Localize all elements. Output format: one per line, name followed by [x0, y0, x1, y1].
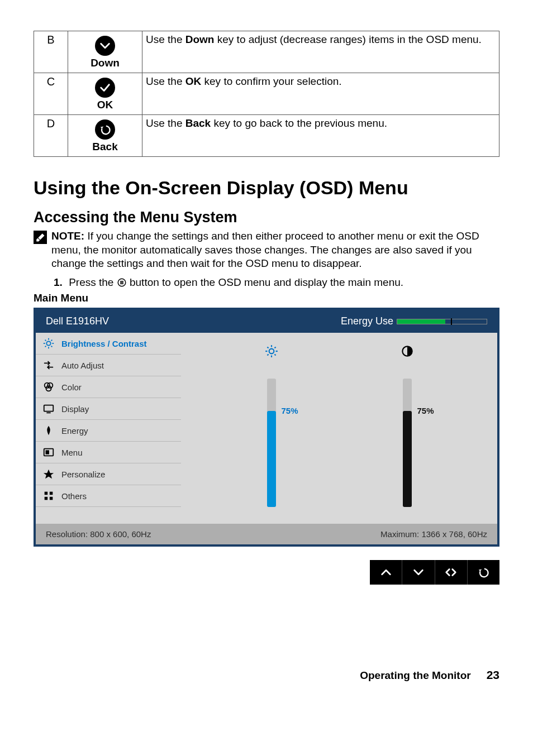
osd-menu-label: Energy — [61, 426, 88, 436]
osd-header: Dell E1916HV Energy Use — [36, 310, 497, 333]
key-icon-cell: Back — [68, 115, 142, 157]
key-letter: B — [34, 31, 68, 73]
chevron-down-icon — [95, 36, 115, 56]
osd-menu-label: Brightness / Contrast — [61, 339, 147, 348]
personalize-icon — [42, 468, 55, 480]
osd-menu-label: Others — [61, 491, 87, 501]
contrast-value: 75% — [417, 406, 434, 415]
osd-model: Dell E1916HV — [46, 315, 109, 327]
osd-menu-item[interactable]: Brightness / Contrast — [36, 333, 181, 355]
osd-menu-item[interactable]: Menu — [36, 442, 181, 463]
key-description: Use the Back key to go back to the previ… — [142, 115, 499, 157]
osd-menu-label: Display — [61, 404, 89, 414]
osd-menu-list: Brightness / Contrast Auto Adjust Color … — [36, 333, 181, 524]
contrast-slider[interactable]: 75% — [400, 344, 415, 507]
key-icon-cell: OK — [68, 73, 142, 115]
auto-adjust-icon — [42, 359, 55, 371]
osd-footer: Resolution: 800 x 600, 60Hz Maximum: 136… — [36, 524, 497, 544]
chevron-down-icon[interactable] — [402, 560, 435, 585]
menu-button-icon — [117, 277, 127, 288]
resolution-current: Resolution: 800 x 600, 60Hz — [46, 529, 151, 539]
osd-menu-label: Color — [61, 382, 82, 392]
key-letter: D — [34, 115, 68, 157]
section-title: Using the On-Screen Display (OSD) Menu — [34, 177, 499, 199]
main-menu-label: Main Menu — [34, 292, 499, 304]
osd-menu-item[interactable]: Display — [36, 398, 181, 420]
resolution-max: Maximum: 1366 x 768, 60Hz — [380, 529, 487, 539]
check-icon — [95, 78, 115, 98]
brightness-slider[interactable]: 75% — [264, 344, 279, 507]
osd-menu-item[interactable]: Auto Adjust — [36, 355, 181, 376]
osd-menu-label: Menu — [61, 448, 83, 457]
energy-use-label: Energy Use — [341, 315, 393, 327]
pencil-icon — [34, 231, 47, 244]
note-text: If you change the settings and then eith… — [51, 230, 479, 269]
key-row: D Back Use the Back key to go back to th… — [34, 115, 499, 157]
step-text-before: Press the — [66, 276, 117, 288]
subsection-title: Accessing the Menu System — [34, 209, 499, 226]
osd-menu-label: Auto Adjust — [61, 361, 104, 370]
osd-menu-label: Personalize — [61, 470, 105, 479]
note-block: NOTE: If you change the settings and the… — [34, 229, 499, 271]
osd-menu-item[interactable]: Color — [36, 376, 181, 398]
osd-menu-item[interactable]: Others — [36, 485, 181, 507]
key-icon-label: Back — [72, 141, 139, 153]
back-arrow-icon[interactable] — [468, 560, 499, 585]
key-letter: C — [34, 73, 68, 115]
nav-lr-icon[interactable] — [435, 560, 468, 585]
key-description-table: B Down Use the Down key to adjust (decre… — [34, 31, 499, 157]
others-icon — [42, 490, 55, 502]
brightness-icon — [42, 337, 55, 350]
display-icon — [42, 403, 55, 415]
key-icon-label: Down — [72, 57, 139, 69]
back-arrow-icon — [95, 119, 115, 140]
key-row: C OK Use the OK key to confirm your sele… — [34, 73, 499, 115]
step-text-after: button to open the OSD menu and display … — [127, 276, 403, 288]
key-description: Use the OK key to confirm your selection… — [142, 73, 499, 115]
physical-buttons — [370, 560, 499, 585]
menu-icon — [42, 446, 55, 458]
footer-title: Operating the Monitor — [360, 669, 470, 682]
key-icon-cell: Down — [68, 31, 142, 73]
color-icon — [42, 381, 55, 393]
key-description: Use the Down key to adjust (decrease ran… — [142, 31, 499, 73]
chevron-up-icon[interactable] — [370, 560, 402, 585]
key-icon-label: OK — [72, 99, 139, 111]
key-row: B Down Use the Down key to adjust (decre… — [34, 31, 499, 73]
contrast-icon — [400, 344, 415, 358]
page-number: 23 — [487, 668, 499, 682]
step-1: 1. Press the button to open the OSD menu… — [54, 276, 499, 289]
osd-menu-item[interactable]: Energy — [36, 420, 181, 442]
energy-bar — [397, 319, 487, 324]
osd-slider-area: 75% 75% — [181, 333, 497, 524]
page-footer: Operating the Monitor 23 — [34, 668, 499, 682]
brightness-icon — [264, 344, 279, 358]
osd-menu-item[interactable]: Personalize — [36, 463, 181, 485]
note-label: NOTE: — [51, 230, 84, 242]
step-number: 1. — [54, 276, 63, 288]
osd-panel: Dell E1916HV Energy Use Brightness / Con… — [34, 308, 499, 547]
energy-icon — [42, 424, 55, 437]
brightness-value: 75% — [282, 406, 298, 415]
